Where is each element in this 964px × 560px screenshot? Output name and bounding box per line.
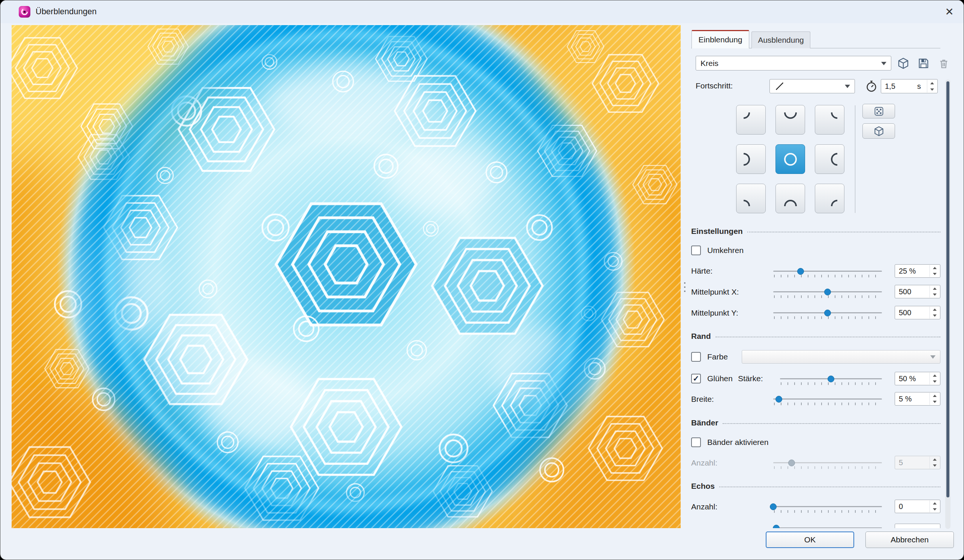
- section-echos: Echos: [691, 482, 940, 491]
- spin-down-icon[interactable]: [930, 313, 940, 319]
- gluehen-label: Glühen: [707, 373, 733, 383]
- quarter-circle-top-left-icon: [744, 112, 759, 127]
- fortschritt-label: Fortschritt:: [695, 81, 733, 91]
- baender-anzahl-label: Anzahl:: [691, 457, 717, 468]
- tab-einblendung[interactable]: Einblendung: [692, 30, 749, 48]
- baender-anzahl-slider: [773, 459, 882, 469]
- breite-label: Breite:: [691, 394, 714, 404]
- direction-right-button[interactable]: [815, 144, 844, 174]
- echos-anzahl-label: Anzahl:: [691, 501, 717, 512]
- baender-anzahl-slider-handle: [788, 459, 795, 466]
- ueberblendungen-dialog: Überblendungen ✕: [0, 0, 964, 560]
- sidebar-scrollbar-thumb[interactable]: [946, 81, 949, 497]
- spin-down-icon[interactable]: [930, 399, 940, 405]
- mittelpunkt-y-slider-handle[interactable]: [824, 309, 831, 316]
- direction-top-button[interactable]: [775, 105, 805, 135]
- mittelpunkt-x-slider[interactable]: [773, 288, 882, 298]
- farbe-checkbox[interactable]: [691, 352, 701, 362]
- farbe-label: Farbe: [707, 352, 728, 362]
- section-baender: Bänder: [691, 418, 940, 427]
- floppy-save-icon: [917, 57, 930, 70]
- mittelpunkt-x-spinbox[interactable]: 500: [895, 285, 940, 298]
- spin-up-icon[interactable]: [930, 393, 940, 399]
- duration-timer-button[interactable]: [864, 79, 879, 93]
- full-circle-icon: [783, 152, 798, 167]
- quarter-circle-bottom-left-icon: [744, 191, 759, 206]
- window-title: Überblendungen: [36, 7, 97, 16]
- ok-button[interactable]: OK: [766, 532, 854, 548]
- clipped-next-row: [691, 522, 940, 528]
- half-circle-top-icon: [783, 112, 798, 127]
- echos-anzahl-slider-handle[interactable]: [770, 503, 777, 510]
- progress-curve-combobox[interactable]: [769, 79, 855, 93]
- direction-left-button[interactable]: [736, 144, 766, 174]
- mittelpunkt-x-slider-handle[interactable]: [824, 289, 831, 295]
- chevron-down-icon: [930, 355, 936, 359]
- spin-up-icon[interactable]: [930, 373, 940, 379]
- haerte-slider[interactable]: [773, 268, 882, 278]
- random-3d-button[interactable]: [862, 123, 895, 139]
- baender-aktivieren-checkbox[interactable]: [691, 438, 701, 447]
- spin-up-icon[interactable]: [930, 307, 940, 313]
- staerke-slider[interactable]: [780, 375, 882, 385]
- tab-ausblendung[interactable]: Ausblendung: [751, 31, 810, 48]
- grid-separator: [855, 105, 855, 213]
- haerte-label: Härte:: [691, 266, 713, 276]
- spin-down-icon[interactable]: [930, 506, 940, 513]
- library-button[interactable]: [896, 56, 911, 70]
- spin-down-icon[interactable]: [930, 271, 940, 277]
- chevron-down-icon: [845, 85, 850, 88]
- half-circle-right-icon: [822, 152, 837, 167]
- gluehen-checkbox[interactable]: [691, 374, 701, 383]
- transition-preview-image: [11, 25, 681, 528]
- sidebar-scrollbar[interactable]: [945, 80, 951, 529]
- breite-spinbox[interactable]: 5 %: [895, 392, 940, 405]
- direction-bottom-right-button[interactable]: [815, 184, 844, 213]
- umkehren-checkbox[interactable]: [691, 246, 701, 255]
- spin-up-icon[interactable]: [930, 500, 940, 506]
- mittelpunkt-y-spinbox[interactable]: 500: [895, 306, 940, 319]
- spin-down-icon[interactable]: [930, 379, 940, 384]
- duration-spinbox[interactable]: 1,5 s: [881, 79, 938, 93]
- delete-button[interactable]: [936, 57, 951, 70]
- spin-down-icon[interactable]: [927, 86, 937, 93]
- farbe-combobox[interactable]: [742, 350, 940, 364]
- quarter-circle-bottom-right-icon: [822, 191, 837, 206]
- breite-slider-handle[interactable]: [775, 396, 782, 402]
- half-circle-bottom-icon: [783, 191, 798, 206]
- cancel-button[interactable]: Abbrechen: [865, 532, 954, 548]
- echos-anzahl-slider[interactable]: [773, 503, 882, 513]
- duration-value: 1,5: [885, 82, 896, 91]
- section-einstellungen: Einstellungen: [691, 227, 940, 236]
- haerte-slider-handle[interactable]: [797, 268, 804, 275]
- preset-combobox[interactable]: Kreis: [695, 56, 891, 70]
- staerke-label: Stärke:: [738, 373, 763, 383]
- staerke-spinbox[interactable]: 50 %: [895, 372, 940, 385]
- close-icon[interactable]: ✕: [940, 3, 959, 21]
- baender-aktivieren-label: Bänder aktivieren: [707, 437, 769, 447]
- spin-down-icon[interactable]: [930, 291, 940, 298]
- section-rand: Rand: [691, 332, 940, 341]
- echos-anzahl-spinbox[interactable]: 0: [895, 500, 940, 513]
- direction-center-button[interactable]: [775, 144, 805, 174]
- haerte-spinbox[interactable]: 25 %: [895, 264, 940, 278]
- direction-bottom-left-button[interactable]: [736, 184, 766, 213]
- mittelpunkt-y-label: Mittelpunkt Y:: [691, 308, 738, 318]
- spin-up-icon[interactable]: [927, 80, 937, 86]
- mittelpunkt-y-slider[interactable]: [773, 309, 882, 319]
- duration-unit: s: [917, 82, 921, 91]
- random-button[interactable]: [862, 104, 895, 119]
- spin-up-icon[interactable]: [930, 265, 940, 271]
- direction-top-left-button[interactable]: [736, 105, 766, 135]
- app-logo-icon: [19, 6, 30, 18]
- chevron-down-icon: [881, 62, 886, 65]
- breite-slider[interactable]: [773, 396, 882, 405]
- spin-up-icon[interactable]: [930, 286, 940, 291]
- baender-anzahl-spinbox: 5: [895, 456, 940, 469]
- direction-bottom-button[interactable]: [775, 184, 805, 213]
- direction-top-right-button[interactable]: [815, 105, 844, 135]
- preset-combobox-value: Kreis: [700, 59, 718, 68]
- panel-splitter-handle[interactable]: [684, 282, 686, 292]
- save-button[interactable]: [916, 56, 931, 70]
- staerke-slider-handle[interactable]: [827, 376, 834, 383]
